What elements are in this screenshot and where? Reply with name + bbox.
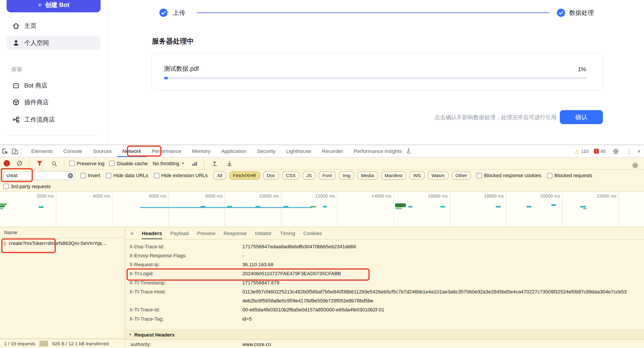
details-tab[interactable]: Preview [197,227,215,239]
header-value: www.coze.cn [242,340,644,348]
export-har-icon[interactable] [224,159,234,168]
sidebar-item-workflow-store[interactable]: 工作流商店 [6,113,100,126]
request-details-pane: × Headers Payload Preview Response Initi… [125,227,644,348]
header-value: id=5 [242,314,644,323]
filter-pill[interactable]: Other [452,171,471,180]
filter-pill[interactable]: Wasm [428,171,448,180]
timeline-bar [323,206,327,207]
request-row[interactable]: {} create?msToken=dmprN863Qm-SeVmYqs… [0,238,125,249]
details-tab[interactable]: Payload [170,227,189,239]
preserve-log-checkbox[interactable]: Preserve log [69,161,104,166]
filter-pill[interactable]: Media [358,171,378,180]
home-icon [12,22,20,30]
timeline-bar [583,208,586,209]
filter-pill[interactable]: Img [339,171,354,180]
clear-network-log-icon[interactable] [14,159,24,168]
filter-pill[interactable]: Doc [263,171,279,180]
details-tab[interactable]: Timing [280,227,295,239]
network-overview-timeline[interactable]: 2000 ms 4000 ms 6000 ms 8000 ms [0,192,644,227]
sidebar-home-label: 主页 [24,22,36,30]
settings-gear-icon[interactable] [611,146,621,156]
filter-pill[interactable]: JS [302,171,316,180]
hide-extension-urls-checkbox[interactable]: Hide extension URLs [154,173,208,178]
preserve-log-label: Preserve log [77,161,104,166]
script-braces-icon: {} [3,241,6,246]
record-button[interactable] [4,161,10,166]
search-icon[interactable] [49,159,59,168]
filter-pill[interactable]: Fetch/XHR [229,171,260,180]
import-har-icon[interactable] [210,159,220,168]
third-party-checkbox[interactable]: 3rd-party requests [3,183,51,189]
filter-pill[interactable]: Manifest [381,171,406,180]
progress-percent: 1% [578,66,586,72]
details-tab[interactable]: Initiator [255,227,272,239]
filter-pill[interactable]: CSS [282,171,299,180]
kebab-menu-icon[interactable]: ⋮ [626,148,632,154]
devtools-tab[interactable]: Performance insights [348,145,408,157]
sidebar-item-personal-space[interactable]: 个人空间 [6,36,100,50]
network-toolbar: Preserve log Disable cache No throttling… [0,157,644,170]
warning-icon: ⚠ [575,148,580,154]
throttling-value: No throttling [152,161,179,166]
sidebar-bot-store-label: Bot 商店 [24,82,48,89]
checkbox [69,161,75,166]
blocked-response-cookies-checkbox[interactable]: Blocked response cookies [476,173,541,178]
close-details-icon[interactable]: × [130,230,134,236]
checkbox [154,173,159,178]
disable-cache-checkbox[interactable]: Disable cache [110,161,148,166]
devtools-tab[interactable]: Sources [88,145,117,157]
confirm-button[interactable]: 确认 [560,110,603,124]
filter-pill[interactable]: All [214,171,226,180]
errors-counter[interactable]: ! 45 [594,149,606,154]
devtools-tab[interactable]: Memory [186,145,216,157]
details-tab[interactable]: Headers [142,227,162,239]
timeline-bar [396,207,402,209]
devtools-tab[interactable]: Network [117,145,146,157]
blocked-requests-checkbox[interactable]: Blocked requests [547,173,592,178]
details-tab[interactable]: Cookies [304,227,322,239]
devtools-tab[interactable]: Security [252,145,281,157]
name-column-header[interactable]: Name [0,227,125,238]
filter-pill[interactable]: WS [410,171,424,180]
response-header-row: X-Tt-Trace-Host: 0113e957cf460225213c482… [125,287,644,305]
sidebar-item-plugin-store[interactable]: 插件商店 [6,96,100,109]
third-party-row: 3rd-party requests [0,181,644,192]
checkbox [3,184,9,189]
headers-content: X-Dsa-Trace-Id: 1717556847edaa8ad8ebdfb3… [125,240,644,348]
inspect-element-icon[interactable] [0,146,10,156]
devtools-tab[interactable]: Console [58,145,88,157]
devtools-tab[interactable]: Elements [26,145,58,157]
warnings-counter[interactable]: ⚠ 110 [575,148,588,154]
devtools-tabbar-right: ⚠ 110 ! 45 ⋮ × [575,145,641,157]
create-bot-button[interactable]: + 创建 Bot [6,0,100,12]
sidebar-divider [6,135,98,136]
header-value: 00-e65da4fe03010b2f6a5e0d157a850000-e65d… [242,305,644,314]
checkbox [476,173,482,178]
response-header-row: X-Tt-Trace-Id: 00-e65da4fe03010b2f6a5e0d… [125,305,644,314]
disclosure-triangle-icon: ▼ [128,330,132,340]
filter-pill[interactable]: Font [319,171,336,180]
devtools-tab[interactable]: Recorder [316,145,348,157]
timeline-bar [0,207,3,209]
devtools-tab[interactable]: Performance [146,145,187,157]
network-filter-input[interactable] [3,171,75,180]
request-headers-section-header[interactable]: ▼ Request Headers [125,330,644,340]
details-tab[interactable]: Response [224,227,246,239]
sidebar-item-home[interactable]: 主页 [6,19,100,33]
devtools-tab[interactable]: Application [216,145,252,157]
network-conditions-icon[interactable] [190,159,200,168]
clear-filter-icon[interactable]: × [68,173,73,178]
devtools-tab[interactable]: Lighthouse [281,145,316,157]
filter-funnel-icon[interactable] [34,159,44,168]
throttling-dropdown[interactable]: No throttling ▼ [152,161,184,166]
invert-checkbox[interactable]: Invert [80,173,100,178]
network-settings-gear-icon[interactable] [630,160,640,170]
header-name: :authority: [130,340,242,348]
sidebar-item-bot-store[interactable]: Bot 商店 [6,79,100,92]
devtools-close-icon[interactable]: × [637,148,641,154]
header-value: 20240605110727FAE479F3EAD0735CFABB [242,269,644,278]
device-toolbar-icon[interactable] [10,146,20,156]
step-upload-check-icon [159,9,168,17]
resource-type-filter-pills: All Fetch/XHR Doc CSS JS Font Img Media … [214,171,471,180]
hide-data-urls-checkbox[interactable]: Hide data URLs [106,173,148,178]
